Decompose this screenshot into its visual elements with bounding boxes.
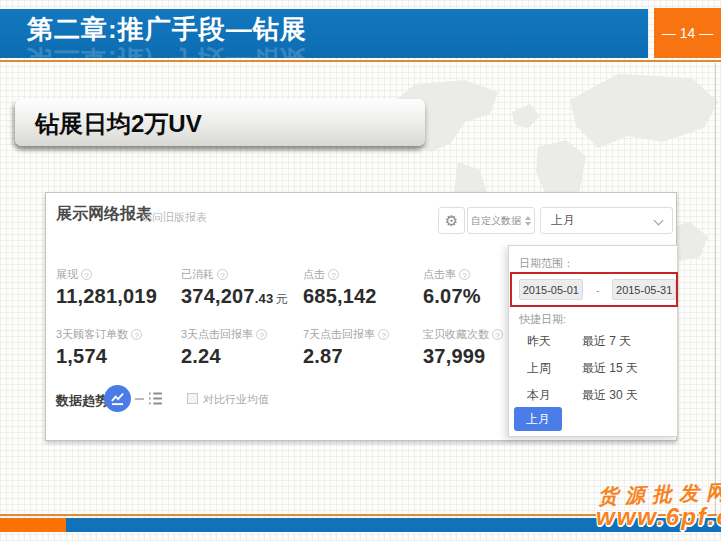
stat-label: 展现 [56, 268, 78, 280]
quick-option-yesterday[interactable]: 昨天 [527, 333, 551, 350]
footer-orange-segment [0, 518, 66, 532]
period-select-value: 上月 [551, 212, 575, 229]
old-version-link[interactable]: 访问旧版报表 [141, 210, 207, 225]
header-underline [0, 60, 721, 62]
stat-label: 7天点击回报率 [303, 328, 375, 340]
stat-3day-roi: 3天点击回报率? 2.24 [181, 327, 299, 368]
custom-data-button[interactable]: 自定义数据 [467, 207, 535, 234]
stat-7day-roi: 7天点击回报率? 2.87 [303, 327, 421, 368]
header-title-reflection: 第二章:推广手段—钻展 [27, 42, 307, 58]
toggle-separator [135, 398, 144, 400]
stat-value: 11,281,019 [56, 285, 174, 308]
stat-value: 685,142 [303, 285, 421, 308]
slide-edge-line [715, 63, 716, 516]
start-date-input[interactable]: 2015-05-01 [519, 279, 583, 300]
compare-industry-checkbox[interactable] [187, 393, 198, 404]
quick-option-lastweek[interactable]: 上周 [527, 360, 551, 377]
stat-value: 374,207.43元 [181, 285, 299, 308]
list-icon [147, 390, 164, 407]
stat-value: 2.24 [181, 345, 299, 368]
stat-label: 点击率 [423, 268, 456, 280]
stat-label: 点击 [303, 268, 325, 280]
stat-label: 已消耗 [181, 268, 214, 280]
table-view-toggle[interactable] [147, 390, 164, 411]
report-title: 展示网络报表 [56, 204, 152, 225]
help-icon[interactable]: ? [378, 329, 389, 340]
help-icon[interactable]: ? [131, 329, 142, 340]
period-select[interactable]: 上月 [540, 207, 673, 234]
quick-option-last15[interactable]: 最近 15 天 [582, 360, 638, 377]
page-number-badge: — 14 — [654, 8, 721, 58]
sort-arrows-icon [525, 216, 531, 226]
date-range-panel: 日期范围： 2015-05-01 - 2015-05-31 快捷日期: 昨天 最… [508, 245, 678, 437]
line-chart-icon [110, 391, 125, 406]
help-icon[interactable]: ? [492, 329, 503, 340]
date-range-label: 日期范围： [519, 256, 574, 271]
compare-industry-label: 对比行业均值 [203, 392, 269, 407]
help-icon[interactable]: ? [217, 269, 228, 280]
line-chart-view-toggle[interactable] [104, 385, 131, 412]
watermark-site-url: www.6pf.cn [596, 503, 721, 531]
stat-spend: 已消耗? 374,207.43元 [181, 267, 299, 308]
chevron-down-icon [654, 216, 664, 226]
help-icon[interactable]: ? [256, 329, 267, 340]
stat-impressions: 展现? 11,281,019 [56, 267, 174, 308]
stat-value: 1,574 [56, 345, 174, 368]
stat-label: 宝贝收藏次数 [423, 328, 489, 340]
date-separator: - [596, 284, 600, 296]
help-icon[interactable]: ? [81, 269, 92, 280]
stat-label: 3天点击回报率 [181, 328, 253, 340]
help-icon[interactable]: ? [328, 269, 339, 280]
date-range-highlight: 2015-05-01 - 2015-05-31 [510, 272, 678, 307]
gear-icon: ⚙ [445, 212, 458, 229]
header-bar: 第二章:推广手段—钻展 第二章:推广手段—钻展 [0, 9, 648, 58]
quick-option-last30[interactable]: 最近 30 天 [582, 387, 638, 404]
stat-clicks: 点击? 685,142 [303, 267, 421, 308]
end-date-input[interactable]: 2015-05-31 [612, 279, 676, 300]
trend-section-label: 数据趋势 [56, 392, 108, 410]
quick-dates-label: 快捷日期: [519, 312, 566, 327]
last-month-button[interactable]: 上月 [514, 407, 562, 431]
quick-option-last7[interactable]: 最近 7 天 [582, 333, 631, 350]
section-banner-text: 钻展日均2万UV [35, 108, 202, 140]
custom-data-label: 自定义数据 [471, 214, 521, 228]
help-icon[interactable]: ? [459, 269, 470, 280]
stat-3day-orders: 3天顾客订单数? 1,574 [56, 327, 174, 368]
settings-button[interactable]: ⚙ [438, 207, 465, 234]
section-banner: 钻展日均2万UV [15, 99, 425, 146]
quick-option-thismonth[interactable]: 本月 [527, 387, 551, 404]
stat-label: 3天顾客订单数 [56, 328, 128, 340]
stat-value: 2.87 [303, 345, 421, 368]
